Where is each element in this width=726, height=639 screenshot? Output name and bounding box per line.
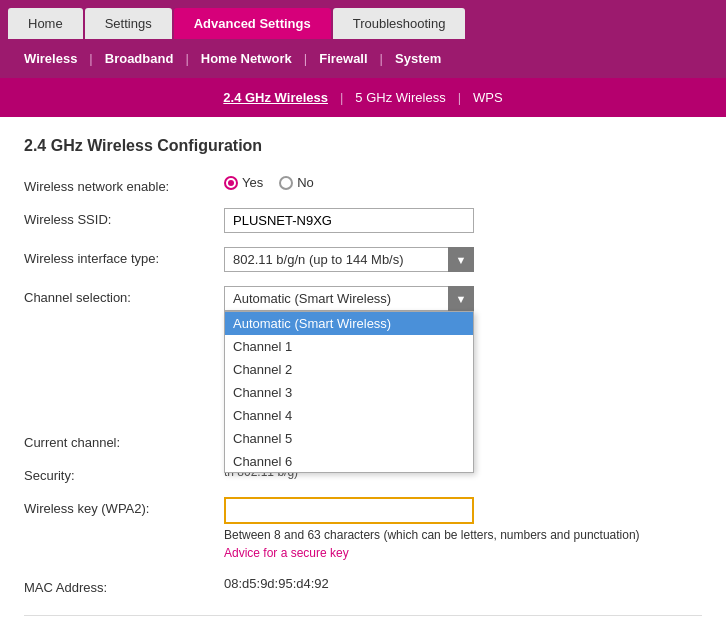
wpa-hint: Between 8 and 63 characters (which can b… (224, 528, 644, 542)
interface-type-label: Wireless interface type: (24, 247, 224, 266)
tab-advanced-settings[interactable]: Advanced Settings (174, 8, 331, 39)
channel-option-6[interactable]: Channel 6 (225, 450, 473, 472)
reset-section: Reset wireless settings back to default. (24, 615, 702, 639)
subnav-broadband[interactable]: Broadband (97, 47, 182, 70)
subnav-home-network[interactable]: Home Network (193, 47, 300, 70)
radio-yes-dot (224, 176, 238, 190)
page-sub-nav: 2.4 GHz Wireless | 5 GHz Wireless | WPS (0, 78, 726, 117)
channel-selection-control: Automatic (Smart Wireless) ▼ Automatic (… (224, 286, 702, 311)
page-sub-nav-sep-2: | (458, 90, 461, 105)
channel-dropdown-list: Automatic (Smart Wireless) Channel 1 Cha… (224, 311, 474, 473)
subnav-system[interactable]: System (387, 47, 449, 70)
page-subnav-5ghz[interactable]: 5 GHz Wireless (347, 88, 453, 107)
interface-type-select-wrapper: 802.11 b/g/n (up to 144 Mb/s) ▼ (224, 247, 474, 272)
channel-option-auto[interactable]: Automatic (Smart Wireless) (225, 312, 473, 335)
radio-yes[interactable]: Yes (224, 175, 263, 190)
channel-option-2[interactable]: Channel 2 (225, 358, 473, 381)
interface-type-dropdown-arrow[interactable]: ▼ (448, 247, 474, 272)
sub-nav-sep-2: | (185, 51, 188, 66)
wireless-enable-label: Wireless network enable: (24, 175, 224, 194)
channel-dropdown-selected[interactable]: Automatic (Smart Wireless) (224, 286, 474, 311)
subnav-wireless[interactable]: Wireless (16, 47, 85, 70)
page-title: 2.4 GHz Wireless Configuration (24, 137, 702, 155)
sub-nav: Wireless | Broadband | Home Network | Fi… (0, 39, 726, 78)
sub-nav-sep-1: | (89, 51, 92, 66)
channel-dropdown-arrow[interactable]: ▼ (448, 286, 474, 311)
interface-type-control: 802.11 b/g/n (up to 144 Mb/s) ▼ (224, 247, 702, 272)
radio-yes-label: Yes (242, 175, 263, 190)
ssid-control (224, 208, 702, 233)
wpa-key-input[interactable] (224, 497, 474, 524)
top-nav: Home Settings Advanced Settings Troubles… (0, 0, 726, 39)
page-subnav-2-4ghz[interactable]: 2.4 GHz Wireless (215, 88, 336, 107)
channel-option-4[interactable]: Channel 4 (225, 404, 473, 427)
main-content: 2.4 GHz Wireless Configuration Wireless … (0, 117, 726, 639)
ssid-label: Wireless SSID: (24, 208, 224, 227)
channel-selection-label: Channel selection: (24, 286, 224, 305)
mac-address-label: MAC Address: (24, 576, 224, 595)
page-sub-nav-sep-1: | (340, 90, 343, 105)
radio-no[interactable]: No (279, 175, 314, 190)
tab-home[interactable]: Home (8, 8, 83, 39)
mac-address-row: MAC Address: 08:d5:9d:95:d4:92 (24, 576, 702, 595)
ssid-input[interactable] (224, 208, 474, 233)
channel-dropdown-wrapper: Automatic (Smart Wireless) ▼ Automatic (… (224, 286, 474, 311)
sub-nav-sep-4: | (380, 51, 383, 66)
radio-no-dot (279, 176, 293, 190)
wpa-key-row: Wireless key (WPA2): Between 8 and 63 ch… (24, 497, 702, 560)
wpa-key-label: Wireless key (WPA2): (24, 497, 224, 516)
wpa-key-control: Between 8 and 63 characters (which can b… (224, 497, 702, 560)
ssid-row: Wireless SSID: (24, 208, 702, 233)
radio-no-label: No (297, 175, 314, 190)
sub-nav-sep-3: | (304, 51, 307, 66)
channel-option-1[interactable]: Channel 1 (225, 335, 473, 358)
wireless-enable-control: Yes No (224, 175, 702, 190)
interface-type-select[interactable]: 802.11 b/g/n (up to 144 Mb/s) (224, 247, 474, 272)
security-label: Security: (24, 464, 224, 483)
secure-key-link[interactable]: Advice for a secure key (224, 546, 702, 560)
mac-address-control: 08:d5:9d:95:d4:92 (224, 576, 702, 591)
mac-address-value: 08:d5:9d:95:d4:92 (224, 576, 329, 591)
channel-dropdown-items: Automatic (Smart Wireless) Channel 1 Cha… (225, 312, 473, 472)
current-channel-label: Current channel: (24, 431, 224, 450)
channel-option-5[interactable]: Channel 5 (225, 427, 473, 450)
tab-troubleshooting[interactable]: Troubleshooting (333, 8, 466, 39)
page-subnav-wps[interactable]: WPS (465, 88, 511, 107)
channel-option-3[interactable]: Channel 3 (225, 381, 473, 404)
interface-type-row: Wireless interface type: 802.11 b/g/n (u… (24, 247, 702, 272)
subnav-firewall[interactable]: Firewall (311, 47, 375, 70)
tab-settings[interactable]: Settings (85, 8, 172, 39)
wireless-enable-row: Wireless network enable: Yes No (24, 175, 702, 194)
channel-selection-row: Channel selection: Automatic (Smart Wire… (24, 286, 702, 311)
